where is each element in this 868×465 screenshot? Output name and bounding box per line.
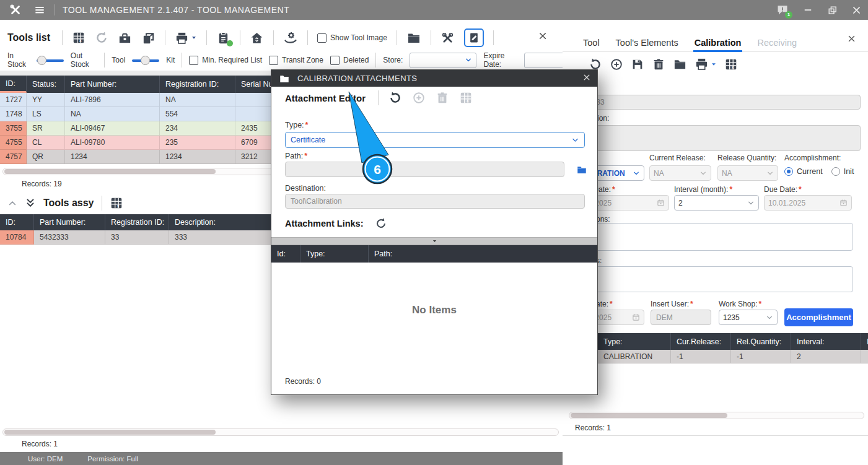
col-header-status: Status: bbox=[27, 76, 65, 93]
calibration-table-hscrollbar[interactable] bbox=[569, 412, 864, 419]
save-button[interactable] bbox=[631, 58, 644, 71]
splitter-handle[interactable] bbox=[271, 237, 597, 245]
delete-button[interactable] bbox=[652, 58, 665, 71]
accomplishment-button[interactable]: Accomplishment bbox=[784, 308, 853, 326]
refresh-button[interactable] bbox=[95, 31, 108, 45]
hamburger-menu-icon[interactable] bbox=[33, 4, 46, 16]
tab-tool[interactable]: Tool bbox=[583, 33, 600, 52]
print-button[interactable] bbox=[695, 57, 717, 71]
current-release-label: Current Release: bbox=[649, 154, 706, 162]
clipboard-report-button[interactable] bbox=[216, 31, 230, 45]
print-button[interactable] bbox=[175, 31, 197, 45]
export-excel-button[interactable] bbox=[724, 58, 738, 71]
col-header-id: Id: bbox=[271, 245, 300, 263]
transit-zone-checkbox[interactable]: Transit Zone bbox=[269, 56, 323, 65]
print-dropdown-caret-icon[interactable] bbox=[191, 35, 197, 41]
refresh-button[interactable] bbox=[388, 91, 402, 105]
attachments-folder-button[interactable] bbox=[406, 30, 421, 45]
tool-kit-toggle[interactable] bbox=[132, 56, 159, 65]
scrollbar-thumb[interactable] bbox=[571, 413, 727, 418]
close-window-button[interactable] bbox=[851, 5, 862, 15]
attachment-editor-button-highlighted[interactable] bbox=[464, 28, 484, 47]
radio-current[interactable] bbox=[784, 167, 793, 176]
show-tool-image-label: Show Tool Image bbox=[330, 33, 387, 42]
warehouse-transfer-button[interactable] bbox=[250, 31, 264, 45]
chevron-down-icon bbox=[747, 199, 755, 207]
min-required-list-checkbox[interactable]: Min. Required List bbox=[189, 56, 262, 65]
expand-double-down-icon[interactable] bbox=[25, 198, 36, 209]
tools-list-toolbar: Tools list Show Tool Image bbox=[7, 27, 494, 49]
part-number-field bbox=[570, 95, 861, 110]
chevron-down-icon bbox=[465, 56, 472, 64]
table-row-selected[interactable]: CALIBRATION -1 -1 2 bbox=[563, 350, 868, 363]
clipboard-badge bbox=[227, 40, 233, 46]
radio-init[interactable] bbox=[831, 167, 840, 176]
accomplishment-label: Accomplishment: bbox=[784, 154, 841, 162]
calibration-attachments-dialog: CALIBRATION ATTACHMENTS Attachment Edito… bbox=[271, 69, 598, 395]
out-stock-label: Out Stock bbox=[71, 51, 98, 69]
tool-detail-panel: Tool Tool's Elements Calibration Receivi… bbox=[563, 20, 868, 465]
service-handover-button[interactable] bbox=[283, 30, 298, 45]
maintenance-tools-button[interactable] bbox=[441, 31, 455, 45]
calendar-icon bbox=[840, 199, 848, 207]
attachment-type-select[interactable]: Certificate bbox=[285, 132, 585, 148]
toolbox-button[interactable] bbox=[118, 31, 132, 45]
tab-receiving[interactable]: Receiving bbox=[757, 33, 797, 52]
dialog-titlebar[interactable]: CALIBRATION ATTACHMENTS bbox=[271, 70, 597, 87]
destination-label: Destination: bbox=[285, 184, 326, 193]
assy-export-excel-button[interactable] bbox=[110, 196, 123, 210]
tools-list-title: Tools list bbox=[7, 32, 50, 43]
tab-calibration[interactable]: Calibration bbox=[695, 33, 742, 52]
checkbox-box[interactable] bbox=[317, 33, 327, 43]
collapse-up-icon[interactable] bbox=[7, 198, 17, 208]
move-copy-button[interactable] bbox=[141, 31, 156, 45]
accomplishment-radios: Current Init bbox=[784, 167, 854, 176]
dialog-close-button[interactable] bbox=[582, 73, 591, 82]
show-tool-image-checkbox[interactable]: Show Tool Image bbox=[317, 33, 387, 43]
release-quantity-label: Release Quantity: bbox=[717, 154, 776, 162]
tools-assy-hscrollbar[interactable] bbox=[2, 428, 559, 436]
export-excel-button[interactable] bbox=[72, 31, 85, 45]
tools-list-close-button[interactable] bbox=[538, 31, 548, 41]
tools-list-filters: In Stock Out Stock Tool Kit Min. Require… bbox=[7, 52, 591, 68]
kit-label: Kit bbox=[166, 56, 175, 64]
col-header-cur-release: Cur.Release: bbox=[671, 333, 731, 350]
chevron-down-icon bbox=[766, 170, 774, 177]
attachment-editor-toolbar: Attachment Editor bbox=[285, 90, 473, 105]
folder-icon bbox=[279, 73, 290, 84]
add-button[interactable] bbox=[610, 58, 623, 71]
calibration-table-header: Type: Cur.Release: Rel.Quantity: Interva… bbox=[563, 333, 868, 350]
minimize-button[interactable] bbox=[802, 4, 813, 15]
notifications-button[interactable]: 1 bbox=[776, 4, 789, 16]
col-header-id: ID: bbox=[0, 214, 34, 230]
deleted-checkbox[interactable]: Deleted bbox=[330, 56, 369, 65]
print-dropdown-caret-icon bbox=[711, 61, 717, 67]
tab-tools-elements[interactable]: Tool's Elements bbox=[616, 33, 678, 52]
browse-folder-button[interactable] bbox=[576, 164, 587, 175]
scrollbar-thumb[interactable] bbox=[4, 169, 216, 174]
scrollbar-thumb[interactable] bbox=[4, 430, 216, 435]
stock-toggle[interactable] bbox=[37, 56, 64, 65]
remarks-field[interactable] bbox=[570, 266, 853, 292]
calendar-icon bbox=[657, 199, 665, 207]
status-user: User: DEM bbox=[28, 455, 63, 463]
workshop-select[interactable]: 1235 bbox=[719, 310, 778, 325]
assy-records-count: Records: 1 bbox=[22, 440, 58, 448]
release-quantity-select: NA bbox=[717, 165, 778, 181]
restore-button[interactable] bbox=[827, 5, 838, 15]
interval-label: Interval (month):* bbox=[674, 185, 732, 194]
app-logo-tools-icon bbox=[9, 3, 22, 17]
titlebar-separator bbox=[55, 4, 55, 15]
attachments-button[interactable] bbox=[673, 57, 687, 71]
instructions-field[interactable] bbox=[570, 223, 853, 251]
notification-badge: 1 bbox=[785, 11, 792, 19]
store-select[interactable] bbox=[410, 53, 476, 68]
interval-select[interactable]: 2 bbox=[674, 195, 759, 211]
refresh-links-button[interactable] bbox=[375, 217, 387, 230]
insert-user-field bbox=[651, 310, 711, 325]
delete-attachment-button-disabled bbox=[436, 91, 449, 105]
titlebar: TOOL MANAGEMENT 2.1.407 - TOOL MANAGEMEN… bbox=[0, 0, 868, 20]
status-permission: Permission: Full bbox=[87, 455, 138, 463]
col-header-part-number: Part Number: bbox=[34, 214, 105, 230]
detail-panel-close-button[interactable] bbox=[847, 34, 856, 43]
